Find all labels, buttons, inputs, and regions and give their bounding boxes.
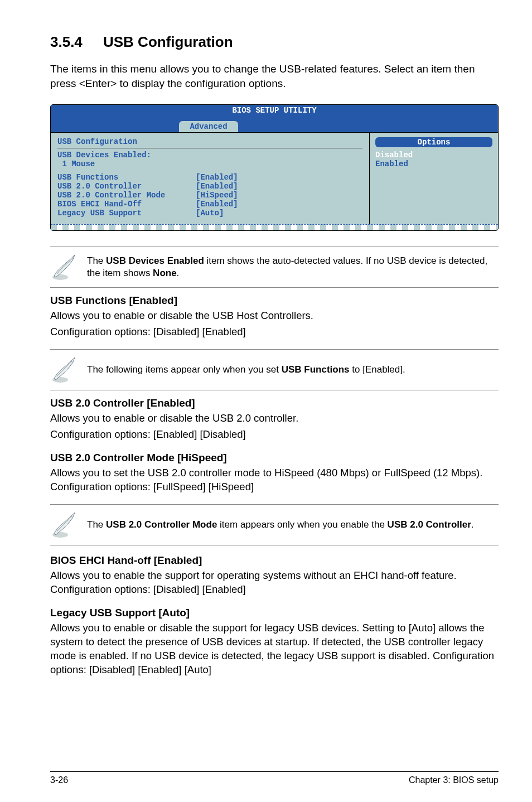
bios-panel-heading: USB Configuration	[57, 137, 362, 146]
bios-setting-key: USB Functions	[57, 173, 196, 182]
page-number: 3-26	[50, 775, 68, 785]
bios-setting-key: USB 2.0 Controller	[57, 182, 196, 191]
subbody: Allows you to enable or disable the supp…	[50, 621, 499, 677]
subbody: Configuration options: [Disabled] [Enabl…	[50, 325, 499, 339]
subhead-legacy: Legacy USB Support [Auto]	[50, 607, 499, 619]
note-icon	[50, 511, 77, 538]
bios-screenshot: BIOS SETUP UTILITY Advanced USB Configur…	[50, 104, 499, 231]
page-footer: 3-26 Chapter 3: BIOS setup	[50, 771, 499, 791]
subbody: Allows you to enable or disable the USB …	[50, 309, 499, 323]
section-number: 3.5.4	[50, 33, 103, 51]
bios-devices-label: USB Devices Enabled:	[57, 151, 362, 160]
bios-setting-key: Legacy USB Support	[57, 209, 196, 218]
bios-option-enabled: Enabled	[375, 160, 492, 168]
bios-options-heading: Options	[375, 137, 492, 147]
note-text: The USB 2.0 Controller Mode item appears…	[87, 519, 474, 531]
bios-setting-row: USB 2.0 Controller [Enabled]	[57, 182, 362, 191]
bios-setting-value: [Enabled]	[196, 173, 238, 182]
section-title-text: USB Configuration	[103, 33, 233, 50]
note-icon	[50, 254, 77, 281]
subhead-usb-functions: USB Functions [Enabled]	[50, 294, 499, 307]
bios-setting-value: [HiSpeed]	[196, 191, 238, 200]
bios-window-title: BIOS SETUP UTILITY	[51, 105, 498, 121]
bios-tab-bar: Advanced	[51, 121, 498, 132]
note-text: The following items appear only when you…	[87, 364, 405, 376]
note-icon	[50, 356, 77, 383]
bios-setting-row: Legacy USB Support [Auto]	[57, 209, 362, 218]
subbody: Allows you to enable the support for ope…	[50, 569, 499, 597]
bios-setting-row: USB Functions [Enabled]	[57, 173, 362, 182]
bios-setting-key: BIOS EHCI Hand-Off	[57, 200, 196, 209]
bios-setting-value: [Auto]	[196, 209, 224, 218]
bios-option-disabled: Disabled	[375, 151, 492, 160]
bios-setting-row: USB 2.0 Controller Mode [HiSpeed]	[57, 191, 362, 200]
chapter-title: Chapter 3: BIOS setup	[409, 775, 499, 785]
subbody: Allows you to enable or disable the USB …	[50, 412, 499, 426]
subhead-usb20-mode: USB 2.0 Controller Mode [HiSpeed]	[50, 452, 499, 464]
bios-devices-list: 1 Mouse	[57, 160, 362, 168]
bios-setting-row: BIOS EHCI Hand-Off [Enabled]	[57, 200, 362, 209]
subhead-ehci: BIOS EHCI Hand-off [Enabled]	[50, 554, 499, 567]
bios-tab-advanced: Advanced	[179, 121, 238, 132]
bios-setting-value: [Enabled]	[196, 200, 238, 209]
subbody: Allows you to set the USB 2.0 controller…	[50, 466, 499, 494]
intro-paragraph: The items in this menu allows you to cha…	[50, 62, 499, 90]
note-text: The USB Devices Enabled item shows the a…	[87, 255, 499, 279]
subhead-usb20-controller: USB 2.0 Controller [Enabled]	[50, 397, 499, 409]
bios-setting-value: [Enabled]	[196, 182, 238, 191]
section-heading: 3.5.4USB Configuration	[50, 33, 499, 51]
bios-setting-key: USB 2.0 Controller Mode	[57, 191, 196, 200]
subbody: Configuration options: [Enabled] [Disabl…	[50, 428, 499, 442]
